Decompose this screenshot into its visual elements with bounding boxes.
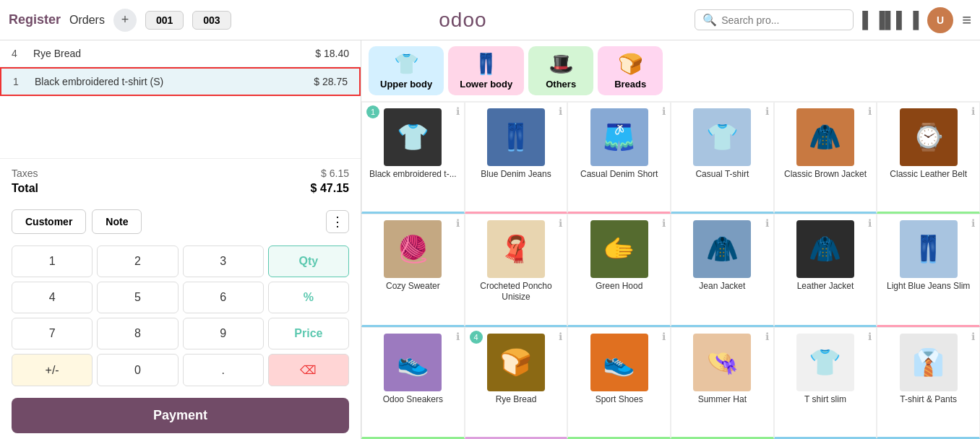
payment-button[interactable]: Payment (12, 398, 349, 433)
order-name: Black embroidered t-shirt (S) (35, 76, 314, 87)
product-name: Light Blue Jeans Slim (887, 281, 970, 292)
product-card[interactable]: ℹ 👒 Summer Hat (671, 327, 774, 439)
product-card[interactable]: ℹ 1 👕 Black embroidered t-... (361, 102, 465, 214)
product-image: 👕 (693, 108, 751, 166)
product-info-icon[interactable]: ℹ (971, 105, 975, 117)
product-card[interactable]: ℹ 🩳 Casual Denim Short (567, 102, 671, 214)
product-image: 🧥 (796, 108, 854, 166)
header-center: odoo (231, 9, 695, 32)
order-footer: Taxes $ 6.15 Total $ 47.15 (0, 158, 361, 204)
product-card[interactable]: ℹ 🫱 Green Hood (567, 214, 671, 328)
category-btn-upper[interactable]: 👕 Upper body (369, 46, 444, 95)
product-name: Sport Shoes (596, 394, 643, 406)
numpad-key-[interactable]: +/- (12, 354, 93, 386)
category-label-lower: Lower body (460, 79, 512, 90)
numpad-key-1[interactable]: 1 (12, 245, 93, 277)
numpad-key-9[interactable]: 9 (183, 318, 264, 349)
customer-button[interactable]: Customer (12, 209, 86, 234)
product-info-icon[interactable]: ℹ (868, 331, 872, 342)
category-btn-others[interactable]: 🎩 Others (528, 46, 593, 95)
hamburger-icon[interactable]: ≡ (962, 11, 971, 30)
numpad-grid: 123Qty456%789Price+/-0.⌫ (12, 245, 349, 386)
numpad-key-Qty[interactable]: Qty (268, 245, 349, 277)
product-info-icon[interactable]: ℹ (868, 217, 872, 229)
numpad-key-[interactable]: . (183, 354, 264, 386)
product-name: Summer Hat (698, 394, 747, 406)
product-info-icon[interactable]: ℹ (662, 217, 666, 229)
taxes-label: Taxes (12, 168, 38, 179)
product-image: 👕 (384, 108, 442, 166)
category-btn-breads[interactable]: 🍞 Breads (598, 46, 663, 95)
product-card[interactable]: ℹ 🧥 Classic Brown Jacket (774, 102, 877, 214)
products-grid: ℹ 1 👕 Black embroidered t-... ℹ 👖 Blue D… (361, 102, 980, 439)
total-value: $ 47.15 (311, 182, 349, 195)
right-panel: 👕 Upper body👖 Lower body🎩 Others🍞 Breads… (361, 40, 980, 439)
product-image: 👟 (590, 334, 648, 391)
numpad-key-5[interactable]: 5 (97, 282, 178, 313)
numpad-key-0[interactable]: 0 (97, 354, 178, 386)
numpad-key-[interactable]: ⌫ (268, 354, 349, 386)
note-button[interactable]: Note (92, 209, 142, 234)
product-info-icon[interactable]: ℹ (971, 331, 975, 342)
more-button[interactable]: ⋮ (326, 210, 349, 233)
product-card[interactable]: ℹ 🧥 Leather Jacket (774, 214, 877, 328)
product-info-icon[interactable]: ℹ (456, 217, 460, 229)
product-card[interactable]: ℹ 👟 Sport Shoes (567, 327, 671, 439)
order-row[interactable]: 1 Black embroidered t-shirt (S) $ 28.75 (0, 67, 361, 96)
search-input[interactable] (721, 14, 844, 26)
product-card[interactable]: ℹ 👖 Blue Denim Jeans (465, 102, 568, 214)
product-card[interactable]: ℹ 🧣 Crocheted Poncho Unisize (465, 214, 568, 328)
product-info-icon[interactable]: ℹ (559, 331, 562, 342)
numpad-key-8[interactable]: 8 (97, 318, 178, 349)
product-info-icon[interactable]: ℹ (765, 331, 769, 342)
product-info-icon[interactable]: ℹ (456, 331, 460, 342)
taxes-value: $ 6.15 (321, 168, 349, 179)
order-row[interactable]: 4 Rye Bread $ 18.40 (0, 40, 361, 67)
numpad-key-[interactable]: % (268, 282, 349, 313)
session-001-button[interactable]: 001 (145, 11, 184, 30)
numpad-key-6[interactable]: 6 (183, 282, 264, 313)
product-info-icon[interactable]: ℹ (765, 105, 769, 117)
product-info-icon[interactable]: ℹ (662, 331, 666, 342)
product-image: 👖 (487, 108, 545, 166)
product-card[interactable]: ℹ 👕 Casual T-shirt (671, 102, 774, 214)
product-name: Classic Leather Belt (890, 169, 967, 181)
numpad-key-3[interactable]: 3 (183, 245, 264, 277)
category-btn-lower[interactable]: 👖 Lower body (448, 46, 524, 95)
product-card[interactable]: ℹ ⌚ Classic Leather Belt (877, 102, 980, 214)
numpad-key-Price[interactable]: Price (268, 318, 349, 349)
product-info-icon[interactable]: ℹ (559, 105, 562, 117)
product-card[interactable]: ℹ 👕 T shirt slim (774, 327, 877, 439)
product-info-icon[interactable]: ℹ (971, 217, 975, 229)
product-info-icon[interactable]: ℹ (868, 105, 872, 117)
numpad-key-7[interactable]: 7 (12, 318, 93, 349)
product-info-icon[interactable]: ℹ (456, 105, 460, 117)
product-info-icon[interactable]: ℹ (662, 105, 666, 117)
add-session-button[interactable]: + (113, 9, 137, 32)
register-title[interactable]: Register (9, 12, 61, 27)
category-icon-others: 🎩 (549, 52, 574, 76)
search-bar[interactable]: 🔍 (695, 9, 854, 30)
product-card[interactable]: ℹ 🧥 Jean Jacket (671, 214, 774, 328)
orders-title[interactable]: Orders (69, 14, 105, 27)
product-info-icon[interactable]: ℹ (559, 217, 562, 229)
header: Register Orders + 001 003 odoo 🔍 ▌▐▌▌▐ U… (0, 0, 980, 40)
product-card[interactable]: ℹ 4 🍞 Rye Bread (465, 327, 568, 439)
numpad-key-2[interactable]: 2 (97, 245, 178, 277)
product-card[interactable]: ℹ 🧶 Cozy Sweater (361, 214, 465, 328)
total-label: Total (12, 182, 38, 195)
product-card[interactable]: ℹ 👔 T-shirt & Pants (877, 327, 980, 439)
product-name: Classic Brown Jacket (784, 169, 867, 181)
action-buttons: Customer Note ⋮ (0, 204, 361, 240)
product-card[interactable]: ℹ 👖 Light Blue Jeans Slim (877, 214, 980, 328)
product-card[interactable]: ℹ 👟 Odoo Sneakers (361, 327, 465, 439)
numpad-key-4[interactable]: 4 (12, 282, 93, 313)
product-image: ⌚ (900, 108, 958, 166)
product-info-icon[interactable]: ℹ (765, 217, 769, 229)
category-icon-lower: 👖 (473, 52, 499, 76)
barcode-icon[interactable]: ▌▐▌▌▐ (862, 11, 919, 30)
avatar[interactable]: U (927, 7, 953, 33)
product-name: Casual Denim Short (580, 169, 658, 181)
order-qty: 4 (12, 48, 33, 59)
session-003-button[interactable]: 003 (192, 11, 231, 30)
